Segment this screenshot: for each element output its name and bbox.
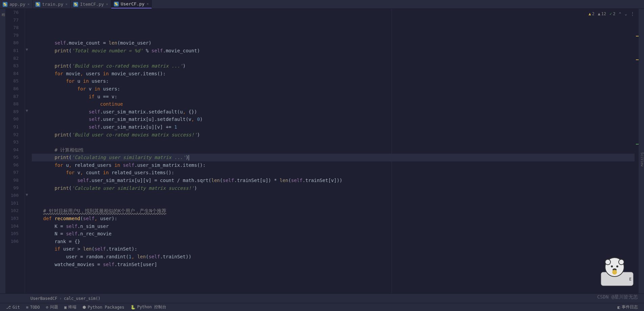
line-number[interactable]: 79 [5, 32, 19, 40]
line-number[interactable]: 82 [5, 55, 19, 62]
code-line[interactable]: print('Total movie number = %d' % self.m… [32, 47, 639, 55]
code-line[interactable]: print('Build user co-rated movies matrix… [32, 62, 639, 70]
status-bar: ⎇ Git ≡ TODO ⊘ 问题 ▣ 终端 ⬢ Python Packages… [0, 303, 644, 311]
event-log-tool[interactable]: ◧ 事件日志 [618, 304, 638, 310]
code-line[interactable]: if u == v: [32, 93, 639, 101]
line-number[interactable]: 89 [5, 108, 19, 116]
code-line[interactable]: N = self.n_rec_movie [32, 230, 639, 238]
line-number[interactable]: 91 [5, 123, 19, 131]
code-line[interactable]: self.user_sim_matrix[u].setdefault(v, 0) [32, 115, 639, 123]
breadcrumb-method[interactable]: calc_user_sim() [64, 296, 100, 301]
code-line[interactable]: print('Calculate user similarity matrix … [32, 184, 639, 192]
code-line[interactable]: # 针对目标用户U，找到其最相似的K个用户，产生N个推荐 [32, 207, 639, 215]
code-line[interactable]: continue [32, 100, 639, 108]
code-line[interactable] [32, 55, 639, 62]
svg-point-6 [605, 259, 611, 265]
fold-icon[interactable] [26, 194, 28, 196]
tab-label: ItemCF.py [80, 2, 104, 7]
fold-icon[interactable] [26, 49, 28, 51]
line-number[interactable]: 95 [5, 154, 19, 161]
console-tool[interactable]: 🐍 Python 控制台 [130, 304, 167, 310]
code-line[interactable] [32, 32, 639, 40]
fold-icon[interactable] [26, 110, 28, 112]
stripe-mark[interactable] [636, 36, 639, 36]
line-number[interactable]: 76 [5, 9, 19, 17]
fold-column[interactable] [25, 9, 28, 293]
code-line[interactable]: def recommend(self, user): [32, 215, 639, 223]
code-line[interactable] [32, 138, 639, 146]
tab-app-py[interactable]: app.py× [0, 0, 33, 8]
line-number[interactable]: 100 [5, 192, 19, 200]
line-gutter[interactable]: 7677787980818283848586878889909192939495… [5, 9, 25, 293]
line-number[interactable]: 84 [5, 70, 19, 78]
code-line[interactable]: print('Calculating user similarity matri… [32, 154, 639, 161]
close-icon[interactable]: × [65, 2, 68, 6]
code-line[interactable]: for v, count in related_users.items(): [32, 169, 639, 177]
line-number[interactable]: 86 [5, 85, 19, 93]
line-number[interactable]: 96 [5, 161, 19, 169]
tab-UserCF-py[interactable]: UserCF.py× [111, 0, 152, 8]
line-number[interactable]: 78 [5, 24, 19, 32]
line-number[interactable]: 93 [5, 138, 19, 146]
code-line[interactable] [32, 192, 639, 200]
error-stripe[interactable] [635, 9, 639, 293]
line-number[interactable]: 83 [5, 62, 19, 70]
code-line[interactable]: print('Build user co-rated movies matrix… [32, 131, 639, 139]
breadcrumb-class[interactable]: UserBasedCF [30, 296, 57, 301]
git-tool[interactable]: ⎇ Git [6, 305, 20, 310]
stripe-mark[interactable] [636, 144, 639, 145]
line-number[interactable]: 90 [5, 115, 19, 123]
code-line[interactable]: user = random.randint(1, len(self.trainS… [32, 253, 639, 261]
code-line[interactable]: self.user_sim_matrix.setdefault(u, {}) [32, 108, 639, 116]
line-number[interactable]: 99 [5, 184, 19, 192]
code-line[interactable]: for movie, users in movie_user.items(): [32, 70, 639, 78]
line-number[interactable]: 94 [5, 146, 19, 154]
line-number[interactable]: 101 [5, 200, 19, 207]
code-line[interactable]: rank = {} [32, 238, 639, 245]
line-number[interactable]: 102 [5, 207, 19, 215]
tab-ItemCF-py[interactable]: ItemCF.py× [71, 0, 111, 8]
line-number[interactable]: 106 [5, 238, 19, 245]
code-line[interactable]: self.user_sim_matrix[u][v] += 1 [32, 123, 639, 131]
code-line[interactable]: self.movie_count = len(movie_user) [32, 39, 639, 47]
code-line[interactable]: for u in users: [32, 77, 639, 85]
packages-tool[interactable]: ⬢ Python Packages [82, 305, 124, 310]
close-icon[interactable]: × [106, 2, 108, 6]
tab-train-py[interactable]: train.py× [33, 0, 71, 8]
code-line[interactable]: self.user_sim_matrix[u][v] = count / mat… [32, 177, 639, 184]
python-file-icon [73, 2, 78, 7]
left-tool-stripe[interactable]: 结构 [0, 9, 5, 293]
code-line[interactable]: if user > len(self.trainSet): [32, 245, 639, 253]
code-line[interactable] [32, 200, 639, 207]
editor-tabs: app.py×train.py×ItemCF.py×UserCF.py× [0, 0, 644, 9]
line-number[interactable]: 98 [5, 177, 19, 184]
line-number[interactable]: 97 [5, 169, 19, 177]
todo-tool[interactable]: ≡ TODO [26, 305, 40, 310]
code-line[interactable]: for u, related_users in self.user_sim_ma… [32, 161, 639, 169]
watermark: CSDN @星川皆无恙 [597, 294, 638, 300]
line-number[interactable]: 85 [5, 77, 19, 85]
line-number[interactable]: 92 [5, 131, 19, 139]
mascot-overlay: E [598, 254, 637, 287]
breadcrumb[interactable]: UserBasedCF › calc_user_sim() [0, 293, 644, 303]
line-number[interactable]: 103 [5, 215, 19, 223]
close-icon[interactable]: × [146, 2, 149, 6]
close-icon[interactable]: × [27, 2, 30, 6]
line-number[interactable]: 80 [5, 39, 19, 47]
code-area[interactable]: self.movie_count = len(movie_user) print… [28, 9, 639, 293]
line-number[interactable]: 88 [5, 100, 19, 108]
line-number[interactable]: 105 [5, 230, 19, 238]
problems-tool[interactable]: ⊘ 问题 [46, 304, 58, 310]
code-line[interactable]: # 计算相似性 [32, 146, 639, 154]
code-line[interactable]: for v in users: [32, 85, 639, 93]
line-number[interactable]: 77 [5, 17, 19, 24]
right-tool-stripe[interactable]: SciView [639, 9, 644, 293]
code-line[interactable]: watched_movies = self.trainSet[user] [32, 261, 639, 268]
terminal-tool[interactable]: ▣ 终端 [64, 304, 76, 310]
line-number[interactable]: 104 [5, 223, 19, 230]
python-file-icon [114, 2, 119, 6]
line-number[interactable]: 87 [5, 93, 19, 101]
line-number[interactable]: 81 [5, 47, 19, 55]
stripe-mark[interactable] [636, 59, 639, 60]
code-line[interactable]: K = self.n_sim_user [32, 223, 639, 230]
